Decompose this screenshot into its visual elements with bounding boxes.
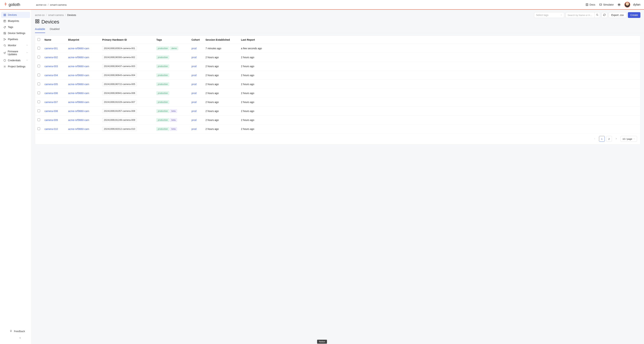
tag-demo[interactable]: demo <box>170 46 178 50</box>
row-checkbox[interactable] <box>38 118 40 121</box>
last-report-cell: 2 hours ago <box>239 124 640 133</box>
tag-production[interactable]: production <box>156 82 169 86</box>
cohort-link[interactable]: prod <box>192 92 196 95</box>
device-name-link[interactable]: camera-008 <box>44 110 58 112</box>
blueprint-link[interactable]: acme-nrf9660-cam <box>68 92 89 95</box>
cohort-link[interactable]: prod <box>192 56 196 59</box>
tag-beta[interactable]: beta <box>170 118 177 122</box>
tab-disabled[interactable]: Disabled <box>50 27 60 33</box>
sidebar-item-devices[interactable]: Devices <box>1 12 30 18</box>
blueprint-link[interactable]: acme-nrf9660-cam <box>68 110 89 112</box>
tag-beta[interactable]: beta <box>170 127 177 131</box>
hover-tooltip: Notion <box>317 340 327 344</box>
crumb-project[interactable]: smart-camera <box>48 14 64 16</box>
row-checkbox[interactable] <box>38 100 40 103</box>
page-2-button[interactable]: 2 <box>606 136 612 142</box>
row-checkbox[interactable] <box>38 83 40 85</box>
tag-production[interactable]: production <box>156 91 169 95</box>
chevron-left-icon <box>19 337 21 340</box>
sidebar-item-credentials[interactable]: Credentials <box>1 57 30 63</box>
tags-cell: productiondemo <box>154 44 189 53</box>
blueprint-link[interactable]: acme-nrf9660-cam <box>68 83 89 86</box>
tag-production[interactable]: production <box>156 109 169 113</box>
device-name-link[interactable]: camera-006 <box>44 92 58 95</box>
row-checkbox[interactable] <box>38 56 40 58</box>
tag-beta[interactable]: beta <box>170 109 177 113</box>
refresh-button[interactable] <box>602 12 607 18</box>
sidebar-item-monitor[interactable]: Monitor <box>1 42 30 48</box>
breadcrumb-org[interactable]: acme-co <box>36 3 46 6</box>
prev-page-button[interactable] <box>592 136 598 142</box>
blueprint-link[interactable]: acme-nrf9660-cam <box>68 74 89 77</box>
tag-production[interactable]: production <box>156 100 169 104</box>
search-button[interactable] <box>594 12 600 18</box>
search-input[interactable] <box>566 12 594 18</box>
cohort-link[interactable]: prod <box>192 128 196 130</box>
tag-production[interactable]: production <box>156 73 169 77</box>
row-checkbox[interactable] <box>38 109 40 112</box>
blueprint-icon <box>3 19 6 22</box>
sidebar-item-project-settings[interactable]: Project Settings <box>1 63 30 69</box>
cohort-link[interactable]: prod <box>192 83 196 86</box>
book-icon <box>586 3 588 6</box>
sidebar-item-firmware-updates[interactable]: Firmware Updates <box>1 48 30 57</box>
select-all-checkbox[interactable] <box>38 38 40 41</box>
cohort-link[interactable]: prod <box>192 101 196 104</box>
row-checkbox[interactable] <box>38 65 40 67</box>
page-size-select[interactable]: 10 / page <box>620 136 637 142</box>
blueprint-link[interactable]: acme-nrf9660-cam <box>68 65 89 68</box>
session-cell: 2 hours ago <box>203 53 239 62</box>
select-tags-dropdown[interactable]: Select tags <box>534 12 564 18</box>
blueprint-link[interactable]: acme-nrf9660-cam <box>68 128 89 130</box>
sidebar-item-pipelines[interactable]: Pipelines <box>1 36 30 42</box>
sidebar-item-tags[interactable]: Tags <box>1 24 30 30</box>
device-name-link[interactable]: camera-002 <box>44 56 58 59</box>
sidebar-item-device-settings[interactable]: Device Settings <box>1 30 30 36</box>
device-name-link[interactable]: camera-007 <box>44 101 58 104</box>
tag-production[interactable]: production <box>156 55 169 59</box>
tag-production[interactable]: production <box>156 64 169 68</box>
chevron-right-icon <box>615 138 617 140</box>
page-1-button[interactable]: 1 <box>599 136 605 142</box>
tag-production[interactable]: production <box>156 127 169 131</box>
tab-available[interactable]: Available <box>35 27 45 33</box>
row-checkbox[interactable] <box>38 127 40 130</box>
cohort-link[interactable]: prod <box>192 47 196 50</box>
tag-production[interactable]: production <box>156 46 169 50</box>
row-checkbox[interactable] <box>38 91 40 94</box>
settings-panel-icon <box>3 32 6 34</box>
device-name-link[interactable]: camera-009 <box>44 119 58 121</box>
main-content: acme-co / smart-camera / Devices Select … <box>32 10 644 344</box>
avatar[interactable] <box>624 2 630 7</box>
cohort-link[interactable]: prod <box>192 110 196 112</box>
tag-production[interactable]: production <box>156 118 169 122</box>
blueprint-link[interactable]: acme-nrf9660-cam <box>68 56 89 59</box>
device-name-link[interactable]: camera-003 <box>44 65 58 68</box>
blueprint-link[interactable]: acme-nrf9660-cam <box>68 119 89 121</box>
device-name-link[interactable]: camera-004 <box>44 74 58 77</box>
device-name-link[interactable]: camera-005 <box>44 83 58 86</box>
device-name-link[interactable]: camera-001 <box>44 47 58 50</box>
cohort-link[interactable]: prod <box>192 65 196 68</box>
device-name-link[interactable]: camera-010 <box>44 128 58 130</box>
username[interactable]: dylan <box>633 3 640 6</box>
simulator-link[interactable]: Simulator <box>599 3 614 6</box>
export-button[interactable]: Export .csv <box>609 12 626 18</box>
blueprint-link[interactable]: acme-nrf9660-cam <box>68 101 89 104</box>
collapse-sidebar-button[interactable] <box>10 335 30 342</box>
row-checkbox[interactable] <box>38 47 40 49</box>
cohort-link[interactable]: prod <box>192 119 196 121</box>
crumb-org[interactable]: acme-co <box>35 14 45 16</box>
sidebar-item-blueprints[interactable]: Blueprints <box>1 18 30 24</box>
last-report-cell: 2 hours ago <box>239 89 640 98</box>
docs-link[interactable]: Docs <box>586 3 595 6</box>
row-checkbox[interactable] <box>38 74 40 76</box>
breadcrumb-project[interactable]: smart-camera <box>50 3 67 6</box>
blueprint-link[interactable]: acme-nrf9660-cam <box>68 47 89 50</box>
cohort-link[interactable]: prod <box>192 74 196 77</box>
gift-icon[interactable] <box>618 3 620 6</box>
feedback-link[interactable]: Feedback <box>7 328 30 335</box>
create-button[interactable]: Create <box>628 12 640 18</box>
next-page-button[interactable] <box>613 136 619 142</box>
brand-logo[interactable]: golioth <box>4 2 20 7</box>
